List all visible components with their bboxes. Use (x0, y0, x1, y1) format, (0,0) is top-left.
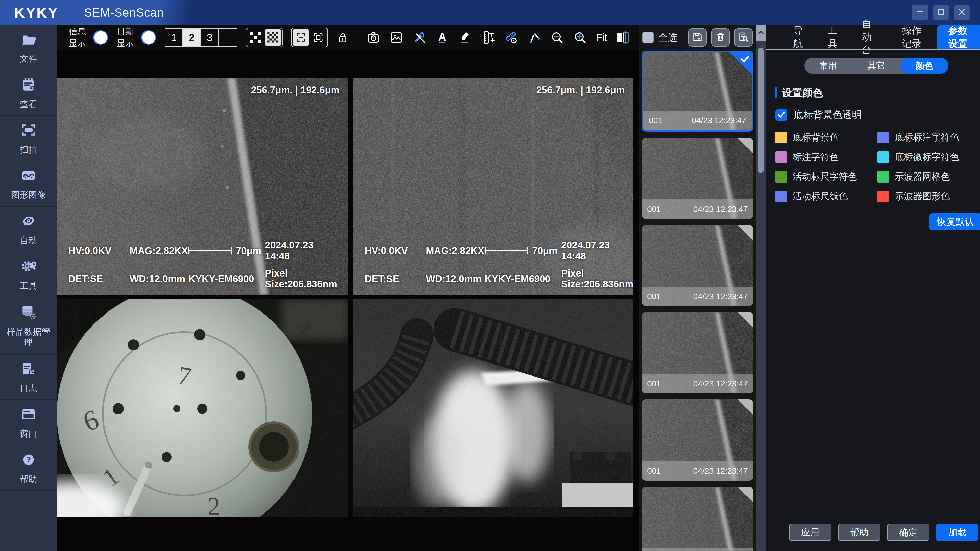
color-item-active-ruler-line[interactable]: 活动标尺线色 (775, 190, 877, 203)
svg-text:A: A (438, 31, 446, 43)
thumbnail-item-4[interactable]: 001 04/23 12:23:47 (641, 312, 753, 393)
checker-coarse-icon[interactable] (247, 29, 264, 46)
color-swatch[interactable] (775, 171, 787, 183)
sem1-meta-overlay: HV:0.0KV MAG:2.82KX 70μm 2024.07.23 14:4… (57, 240, 348, 290)
tab-operation-log[interactable]: 操作记录 (891, 25, 937, 49)
split-view-icon[interactable] (616, 29, 630, 46)
tab-navigation[interactable]: 导航 (782, 25, 816, 49)
select-all-checkbox[interactable] (642, 32, 654, 43)
save-thumbnails-button[interactable] (688, 28, 707, 47)
color-swatch[interactable] (877, 151, 889, 163)
segment-3[interactable]: 3 (201, 29, 219, 46)
color-swatch[interactable] (775, 151, 787, 163)
subtab-color[interactable]: 颜色 (900, 58, 948, 74)
sidebar-item-file[interactable]: 文件 (0, 25, 57, 70)
preview-thumbnails-button[interactable] (734, 28, 752, 47)
scroll-up-button[interactable] (756, 25, 765, 41)
full-frame-icon[interactable] (310, 29, 326, 46)
thumbnail-id: 001 (647, 466, 661, 476)
sem-image-2[interactable]: 256.7μm. | 192.6μm HV:0.0KV MAG:2.82KX 7… (353, 78, 633, 295)
subtab-common[interactable]: 常用 (804, 58, 853, 74)
sidebar-item-help[interactable]: ? 帮助 (0, 445, 57, 491)
text-annotation-icon[interactable]: A (435, 29, 449, 46)
scrollbar-thumb[interactable] (758, 48, 764, 173)
help-button[interactable]: 帮助 (838, 524, 880, 541)
sem1-scalebar: 70μm (188, 245, 265, 256)
restore-default-button[interactable]: 恢复默认 (929, 213, 980, 230)
segment-1[interactable]: 1 (165, 29, 183, 46)
color-item-bottom-bg[interactable]: 底标背景色 (775, 131, 877, 144)
marker-icon[interactable] (458, 29, 473, 46)
sem1-device: KYKY-EM6900 (188, 273, 265, 284)
color-item-annotation-text[interactable]: 标注字符色 (775, 151, 877, 163)
sidebar-item-graphics[interactable]: 图形图像 (0, 161, 57, 206)
color-item-bottom-micro-text[interactable]: 底标微标字符色 (877, 151, 980, 163)
fit-button[interactable]: Fit (596, 32, 607, 43)
chamber-camera-image[interactable] (353, 299, 633, 517)
color-swatch[interactable] (775, 132, 787, 143)
tab-auto-stage[interactable]: 自动台 (851, 25, 891, 49)
sem-image-1[interactable]: 256.7μm. | 192.6μm HV:0.0KV MAG:2.82KX 7… (57, 78, 348, 295)
load-button[interactable]: 加载 (936, 524, 978, 541)
thumbnail-item-2[interactable]: 001 04/23 12:23:47 (641, 138, 753, 219)
transparent-bg-checkbox[interactable] (775, 109, 787, 121)
zoom-out-icon[interactable] (550, 29, 564, 46)
angle-measure-icon[interactable] (527, 29, 541, 46)
delete-thumbnails-button[interactable] (711, 28, 730, 47)
thumbnail-item-5[interactable]: 001 04/23 12:23:47 (641, 400, 753, 481)
thumbnail-time: 04/23 12:23:47 (693, 466, 748, 476)
color-swatch[interactable] (877, 171, 889, 183)
sidebar-item-auto[interactable]: A 自动 (0, 206, 57, 252)
scan-area-group (291, 28, 328, 47)
sidebar-item-tools[interactable]: 工具 (0, 252, 57, 297)
sem2-mag: MAG:2.82KX (426, 245, 485, 256)
color-item-oscilloscope-grid[interactable]: 示波器网格色 (877, 170, 980, 183)
date-display-toggle[interactable] (141, 30, 156, 44)
ok-button[interactable]: 确定 (887, 524, 929, 541)
reduced-area-icon[interactable] (293, 29, 309, 46)
color-swatch[interactable] (775, 191, 787, 202)
sidebar-item-sample-data[interactable]: 样品数据管理 (0, 297, 57, 354)
capture-icon[interactable] (366, 29, 380, 46)
tab-parameter-settings[interactable]: 参数设置 (937, 25, 980, 49)
window-controls (912, 5, 970, 21)
apply-button[interactable]: 应用 (789, 524, 832, 541)
sem1-wd: WD:12.0mm (130, 273, 188, 284)
color-swatch[interactable] (877, 191, 889, 202)
zoom-in-icon[interactable] (573, 29, 587, 46)
image-export-icon[interactable] (389, 29, 404, 46)
color-item-oscilloscope-graph[interactable]: 示波器图形色 (877, 190, 980, 203)
tab-tools[interactable]: 工具 (816, 25, 850, 49)
sidebar-item-log[interactable]: 日志 (0, 354, 57, 400)
segment-2[interactable]: 2 (183, 29, 201, 46)
thumbnail-item-6[interactable]: 001 04/23 12:23:47 (641, 487, 753, 551)
maximize-button[interactable] (933, 5, 949, 21)
close-button[interactable] (954, 5, 970, 21)
transparent-bg-row[interactable]: 底标背景色透明 (775, 108, 980, 121)
color-item-bottom-annotation-text[interactable]: 底标标注字符色 (877, 131, 980, 144)
subtab-other[interactable]: 其它 (853, 58, 900, 74)
segment-4[interactable] (219, 29, 237, 46)
thumbnail-item-3[interactable]: 001 04/23 12:23:47 (641, 225, 753, 306)
tools-icon[interactable] (412, 29, 426, 46)
checker-fine-icon[interactable] (265, 29, 281, 46)
thumbnail-item-1[interactable]: 001 04/23 12:23:47 (641, 51, 753, 132)
info-display-toggle[interactable] (93, 30, 108, 44)
sidebar-item-scan[interactable]: 扫描 (0, 116, 57, 161)
thumbnail-footer: 001 04/23 12:23:47 (641, 461, 753, 481)
thumbnail-scrollbar[interactable] (756, 25, 765, 551)
protractor-icon[interactable] (504, 29, 518, 46)
section-title: 设置颜色 (782, 86, 823, 100)
sidebar-item-window[interactable]: 窗口 (0, 400, 57, 445)
sem1-scale-value: 70μm (236, 245, 261, 256)
thumbnail-id: 001 (647, 292, 661, 301)
color-swatch[interactable] (877, 132, 889, 143)
lock-icon[interactable] (337, 29, 349, 46)
minimize-button[interactable] (912, 5, 928, 21)
measure-ruler-icon[interactable] (481, 29, 495, 46)
sidebar-item-view[interactable]: 查看 (0, 70, 57, 116)
stage-camera-image[interactable]: 6 7 1 2 4 (57, 299, 348, 517)
color-item-active-ruler-text[interactable]: 活动标尺字符色 (775, 170, 877, 183)
sem2-size-label: 256.7μm. | 192.6μm (536, 85, 625, 96)
maximize-icon (937, 8, 945, 17)
